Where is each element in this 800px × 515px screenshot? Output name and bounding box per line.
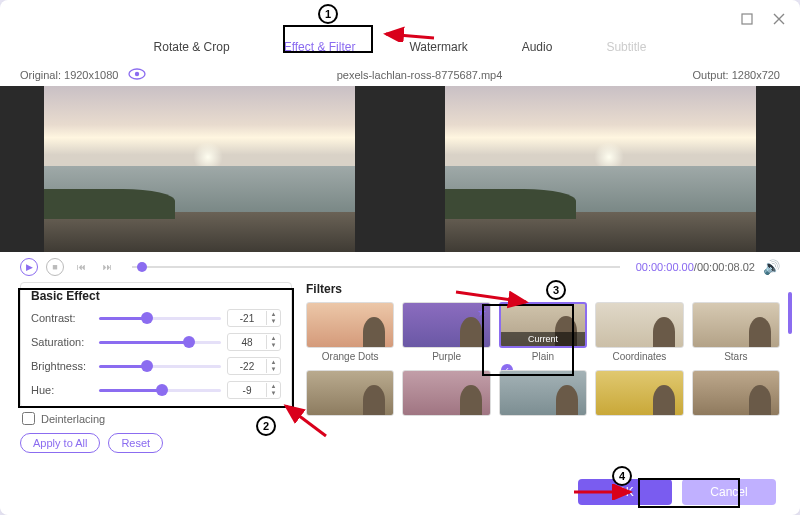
svg-line-5 [456,292,526,302]
preview-eye-icon[interactable] [128,68,146,82]
filters-scrollbar[interactable] [788,292,792,334]
volume-icon[interactable]: 🔊 [763,259,780,275]
saturation-slider[interactable] [99,341,221,344]
saturation-label: Saturation: [31,336,93,348]
row-saturation: Saturation: 48▲▼ [31,333,281,351]
reset-button[interactable]: Reset [108,433,163,453]
filters-title: Filters [306,282,780,296]
preview-area [0,86,800,252]
down-icon[interactable]: ▼ [267,342,280,349]
brightness-slider[interactable] [99,365,221,368]
tab-effect-filter[interactable]: Effect & Filter [278,38,362,56]
hue-label: Hue: [31,384,93,396]
maximize-icon[interactable] [740,12,754,26]
tab-subtitle: Subtitle [600,38,652,56]
callout-1: 1 [318,4,338,24]
down-icon[interactable]: ▼ [267,318,280,325]
hue-spinner[interactable]: -9▲▼ [227,381,281,399]
filters-panel: Filters Orange Dots ★Purple Current✓Plai… [306,282,780,453]
filter-plain[interactable]: Current✓Plain [499,302,587,362]
playback-controls: ▶ ■ ⏮ ⏭ 00:00:00.00/00:00:08.02 🔊 [0,252,800,282]
original-resolution: Original: 1920x1080 [20,69,118,81]
timeline-slider[interactable] [132,266,620,268]
row-contrast: Contrast: -21▲▼ [31,309,281,327]
basic-effect-title: Basic Effect [31,289,281,303]
up-icon[interactable]: ▲ [267,359,280,366]
next-frame-icon[interactable]: ⏭ [98,258,116,276]
annotation-arrow-2 [280,400,330,440]
up-icon[interactable]: ▲ [267,383,280,390]
contrast-spinner[interactable]: -21▲▼ [227,309,281,327]
filter-grid: Orange Dots ★Purple Current✓Plain Coordi… [306,302,780,416]
saturation-spinner[interactable]: 48▲▼ [227,333,281,351]
deinterlacing-checkbox[interactable]: Deinterlacing [22,412,290,425]
annotation-arrow-4 [572,484,634,500]
brightness-label: Brightness: [31,360,93,372]
filter-coordinates[interactable]: Coordinates [595,302,683,362]
tab-audio[interactable]: Audio [516,38,559,56]
preview-original [0,86,399,252]
play-button[interactable]: ▶ [20,258,38,276]
stop-button[interactable]: ■ [46,258,64,276]
annotation-arrow-1 [380,14,438,42]
filename: pexels-lachlan-ross-8775687.mp4 [146,69,692,81]
filter-stars[interactable]: Stars [692,302,780,362]
callout-4: 4 [612,466,632,486]
close-icon[interactable] [772,12,786,26]
up-icon[interactable]: ▲ [267,335,280,342]
down-icon[interactable]: ▼ [267,366,280,373]
contrast-slider[interactable] [99,317,221,320]
output-resolution: Output: 1280x720 [693,69,780,81]
row-hue: Hue: -9▲▼ [31,381,281,399]
svg-line-4 [286,406,326,436]
svg-line-3 [386,34,434,38]
annotation-arrow-3 [454,288,532,310]
up-icon[interactable]: ▲ [267,311,280,318]
prev-frame-icon[interactable]: ⏮ [72,258,90,276]
callout-3: 3 [546,280,566,300]
app-window: Rotate & Crop Effect & Filter Watermark … [0,0,800,515]
down-icon[interactable]: ▼ [267,390,280,397]
preview-output [401,86,800,252]
filter-item[interactable] [402,370,490,416]
time-display: 00:00:00.00/00:00:08.02 [636,261,755,273]
tab-rotate-crop[interactable]: Rotate & Crop [148,38,236,56]
filter-item[interactable] [595,370,683,416]
hue-slider[interactable] [99,389,221,392]
cancel-button[interactable]: Cancel [682,479,776,505]
row-brightness: Brightness: -22▲▼ [31,357,281,375]
svg-rect-0 [742,14,752,24]
contrast-label: Contrast: [31,312,93,324]
apply-to-all-button[interactable]: Apply to All [20,433,100,453]
filter-item[interactable] [499,370,587,416]
info-bar: Original: 1920x1080 pexels-lachlan-ross-… [0,64,800,86]
callout-2: 2 [256,416,276,436]
lower-panels: Basic Effect Contrast: -21▲▼ Saturation:… [0,282,800,463]
filter-orange-dots[interactable]: Orange Dots [306,302,394,362]
svg-point-2 [135,72,139,76]
filter-purple[interactable]: ★Purple [402,302,490,362]
brightness-spinner[interactable]: -22▲▼ [227,357,281,375]
basic-effect-panel: Basic Effect Contrast: -21▲▼ Saturation:… [20,282,292,453]
filter-item[interactable] [692,370,780,416]
